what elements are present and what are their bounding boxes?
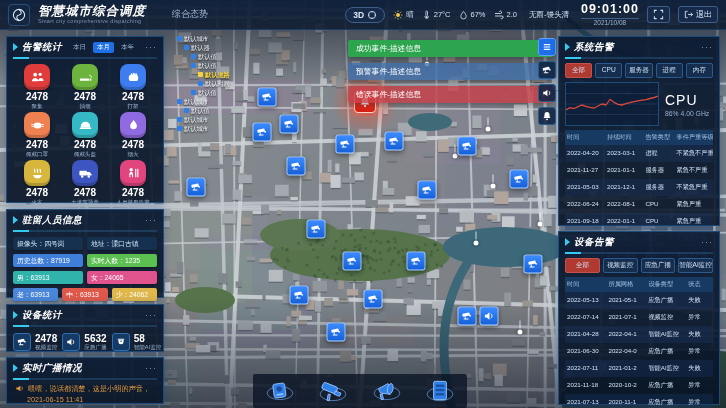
- cctv-marker[interactable]: [187, 178, 206, 197]
- toolbar-cctv-icon[interactable]: [318, 376, 348, 406]
- more-button[interactable]: ···: [145, 45, 157, 49]
- map-tool-alarm-icon[interactable]: [538, 107, 556, 125]
- more-button[interactable]: ···: [145, 313, 157, 317]
- cctv-marker[interactable]: [280, 115, 299, 134]
- device-alarm-tab-全部[interactable]: 全部: [565, 258, 600, 273]
- system-alarm-tab-全部[interactable]: 全部: [565, 63, 592, 78]
- alarm-tab-本月[interactable]: 本月: [93, 42, 114, 53]
- device-alarm-tab-应急广播[interactable]: 应急广播: [641, 258, 676, 273]
- scene-tree-item[interactable]: 默认城市: [170, 97, 230, 106]
- alarm-tile[interactable]: 2478佩戴头盔: [61, 112, 109, 157]
- device-stat-label: 应急广播: [84, 345, 106, 351]
- speaker-marker[interactable]: [480, 307, 499, 326]
- tree-node-icon: [184, 108, 189, 113]
- scene-tree-item[interactable]: 默认城市: [170, 124, 230, 133]
- table-row[interactable]: 2021-07-132020-11-1应急广播异常: [565, 394, 713, 408]
- toolbar-loudspeaker-icon[interactable]: [372, 376, 402, 406]
- exit-button[interactable]: 退出: [678, 6, 718, 23]
- scene-tree-item[interactable]: 默认城市: [170, 115, 230, 124]
- table-row[interactable]: 2021-04-282022-04-1智能AI监控失败: [565, 326, 713, 343]
- table-row[interactable]: 2021-11-182020-10-2应急广播异常: [565, 377, 713, 394]
- alarm-tile[interactable]: 2478人员越界告警: [109, 160, 157, 205]
- cctv-marker[interactable]: [524, 255, 543, 274]
- cctv-marker[interactable]: [327, 323, 346, 342]
- cctv-marker[interactable]: [258, 88, 277, 107]
- table-row[interactable]: 2021-05-032021-12-1服务器不紧急严重: [565, 179, 713, 196]
- table-row[interactable]: 2021-06-302022-04-0应急广播异常: [565, 343, 713, 360]
- cctv-marker[interactable]: [385, 132, 404, 151]
- poi-dot[interactable]: [538, 222, 543, 227]
- toolbar-alarm-device-icon[interactable]: [265, 376, 295, 406]
- table-row[interactable]: 2022-05-132021-05-1应急广播失败: [565, 292, 713, 309]
- alarm-tab-本日[interactable]: 本日: [69, 42, 90, 53]
- cctv-marker[interactable]: [307, 220, 326, 239]
- alarm-tile[interactable]: 2478打架: [109, 64, 157, 109]
- scene-tree-item[interactable]: 默认器: [170, 43, 230, 52]
- cctv-marker[interactable]: [343, 252, 362, 271]
- device-alarm-tab-视频监控[interactable]: 视频监控: [603, 258, 638, 273]
- alarm-tile[interactable]: 2478烟火: [109, 112, 157, 157]
- ai-camera-icon: [112, 333, 130, 351]
- more-button[interactable]: ···: [701, 45, 713, 49]
- toast-warning[interactable]: 预警事件-描述信息›: [348, 63, 553, 80]
- cctv-marker[interactable]: [364, 290, 383, 309]
- alarm-tile[interactable]: 2478聚集: [13, 64, 61, 109]
- alarm-tile[interactable]: 2478抽烟: [61, 64, 109, 109]
- cctv-marker[interactable]: [458, 307, 477, 326]
- poi-dot[interactable]: [491, 184, 496, 189]
- poi-dot[interactable]: [486, 127, 491, 132]
- tree-node-label: 默认值: [198, 61, 217, 70]
- cctv-marker[interactable]: [510, 170, 529, 189]
- tree-node-label: 默认值: [191, 106, 210, 115]
- device-alarm-tab-智能AI监控[interactable]: 智能AI监控: [678, 258, 713, 273]
- table-row[interactable]: 2021-09-182022-01-1CPU紧急严重: [565, 213, 713, 230]
- table-row[interactable]: 2022-07-112021-01-2智能AI监控失败: [565, 360, 713, 377]
- table-cell: CPU: [643, 213, 674, 230]
- fullscreen-button[interactable]: [647, 6, 670, 23]
- table-row[interactable]: 2021-11-272021-01-1服务器紧急不严重: [565, 162, 713, 179]
- alarm-tile[interactable]: 2478土渣车顶盖: [61, 160, 109, 205]
- alarm-tile[interactable]: 2478火灾: [13, 160, 61, 205]
- alarm-tab-本年[interactable]: 本年: [117, 42, 138, 53]
- scene-tree-item[interactable]: 默认值: [170, 61, 230, 70]
- more-button[interactable]: ···: [145, 366, 157, 370]
- scene-tree-item[interactable]: 默认值: [170, 88, 230, 97]
- map-tool-camera-icon[interactable]: [538, 61, 556, 79]
- system-alarm-tab-进程[interactable]: 进程: [656, 63, 683, 78]
- more-button[interactable]: ···: [145, 218, 157, 222]
- scene-tree-item[interactable]: 默认值: [170, 106, 230, 115]
- scene-tree-item[interactable]: 默认道路: [170, 70, 230, 79]
- alarm-count: 2478: [61, 92, 109, 102]
- cctv-marker[interactable]: [253, 123, 272, 142]
- cctv-marker[interactable]: [458, 137, 477, 156]
- tab-overview[interactable]: 综合态势: [166, 6, 214, 23]
- panel-title: 系统告警: [574, 41, 614, 54]
- table-row[interactable]: 2022-04-202023-03-1进程不紧急不严重: [565, 145, 713, 162]
- map-tool-layers-icon[interactable]: [538, 38, 556, 56]
- table-row[interactable]: 2022-06-242022-08-1CPU紧急严重: [565, 196, 713, 213]
- system-alarm-tab-CPU[interactable]: CPU: [595, 63, 622, 78]
- cctv-marker[interactable]: [336, 135, 355, 154]
- poi-dot[interactable]: [474, 241, 479, 246]
- cctv-marker[interactable]: [418, 181, 437, 200]
- toolbar-server-rack-icon[interactable]: [425, 376, 455, 406]
- system-alarm-tab-服务器[interactable]: 服务器: [625, 63, 652, 78]
- poi-dot[interactable]: [518, 330, 523, 335]
- system-alarm-tab-内存[interactable]: 内存: [686, 63, 713, 78]
- cctv-marker[interactable]: [290, 286, 309, 305]
- camera-icon: [340, 139, 351, 150]
- scene-tree-item[interactable]: 默认城市: [170, 34, 230, 43]
- scene-tree-item[interactable]: 默认值: [170, 52, 230, 61]
- map-tool-speaker-icon[interactable]: [538, 84, 556, 102]
- poi-dot[interactable]: [453, 154, 458, 159]
- table-row[interactable]: 2022-07-142021-07-1视频监控异常: [565, 309, 713, 326]
- table-cell: 2022-04-1: [606, 326, 646, 343]
- toast-error[interactable]: 错误事件-描述信息›: [348, 86, 553, 103]
- alarm-tile[interactable]: 2478佩戴口罩: [13, 112, 61, 157]
- cctv-marker[interactable]: [287, 157, 306, 176]
- more-button[interactable]: ···: [701, 240, 713, 244]
- view-3d-toggle[interactable]: 3D: [345, 7, 385, 23]
- toast-success[interactable]: 成功事件-描述信息›: [348, 40, 553, 57]
- cctv-marker[interactable]: [407, 252, 426, 271]
- scene-tree-item[interactable]: 默认时间: [170, 79, 230, 88]
